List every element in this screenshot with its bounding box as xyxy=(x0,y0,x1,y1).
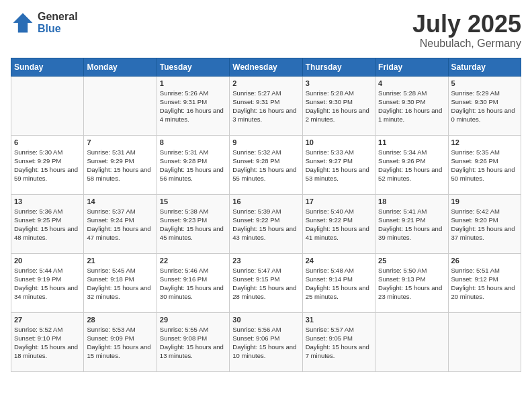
header-friday: Friday xyxy=(375,58,448,76)
day-number: 22 xyxy=(160,257,226,265)
day-number: 12 xyxy=(451,138,518,146)
week-row-2: 13Sunrise: 5:36 AM Sunset: 9:25 PM Dayli… xyxy=(11,194,521,253)
day-info: Sunrise: 5:29 AM Sunset: 9:30 PM Dayligh… xyxy=(451,89,518,124)
day-info: Sunrise: 5:30 AM Sunset: 9:29 PM Dayligh… xyxy=(14,148,81,183)
day-info: Sunrise: 5:47 AM Sunset: 9:15 PM Dayligh… xyxy=(232,266,299,302)
cell-w2-d1: 14Sunrise: 5:37 AM Sunset: 9:24 PM Dayli… xyxy=(84,194,157,253)
day-number: 1 xyxy=(160,79,226,87)
cell-w4-d5 xyxy=(375,312,448,371)
cell-w2-d2: 15Sunrise: 5:38 AM Sunset: 9:23 PM Dayli… xyxy=(157,194,229,253)
day-number: 21 xyxy=(87,257,153,265)
cell-w0-d4: 3Sunrise: 5:28 AM Sunset: 9:30 PM Daylig… xyxy=(302,76,375,135)
day-info: Sunrise: 5:36 AM Sunset: 9:25 PM Dayligh… xyxy=(14,207,81,242)
day-info: Sunrise: 5:39 AM Sunset: 9:22 PM Dayligh… xyxy=(232,207,299,242)
day-number: 20 xyxy=(14,257,81,265)
header: General Blue July 2025 Neubulach, German… xyxy=(11,11,521,50)
cell-w2-d5: 18Sunrise: 5:41 AM Sunset: 9:21 PM Dayli… xyxy=(375,194,448,253)
day-number: 28 xyxy=(87,316,153,324)
cell-w4-d1: 28Sunrise: 5:53 AM Sunset: 9:09 PM Dayli… xyxy=(84,312,157,371)
cell-w1-d5: 11Sunrise: 5:34 AM Sunset: 9:26 PM Dayli… xyxy=(375,135,448,194)
day-info: Sunrise: 5:31 AM Sunset: 9:29 PM Dayligh… xyxy=(87,148,153,183)
cell-w3-d2: 22Sunrise: 5:46 AM Sunset: 9:16 PM Dayli… xyxy=(157,253,229,312)
logo-line2: Blue xyxy=(38,23,78,35)
cell-w1-d2: 8Sunrise: 5:31 AM Sunset: 9:28 PM Daylig… xyxy=(157,135,229,194)
location: Neubulach, Germany xyxy=(412,38,521,50)
cell-w0-d3: 2Sunrise: 5:27 AM Sunset: 9:31 PM Daylig… xyxy=(230,76,302,135)
cell-w2-d3: 16Sunrise: 5:39 AM Sunset: 9:22 PM Dayli… xyxy=(230,194,302,253)
header-row: Sunday Monday Tuesday Wednesday Thursday… xyxy=(11,58,521,76)
week-row-1: 6Sunrise: 5:30 AM Sunset: 9:29 PM Daylig… xyxy=(11,135,521,194)
day-number: 23 xyxy=(232,257,299,265)
cell-w3-d1: 21Sunrise: 5:45 AM Sunset: 9:18 PM Dayli… xyxy=(84,253,157,312)
day-info: Sunrise: 5:31 AM Sunset: 9:28 PM Dayligh… xyxy=(160,148,226,183)
day-info: Sunrise: 5:46 AM Sunset: 9:16 PM Dayligh… xyxy=(160,266,226,302)
cell-w3-d0: 20Sunrise: 5:44 AM Sunset: 9:19 PM Dayli… xyxy=(11,253,84,312)
week-row-0: 1Sunrise: 5:26 AM Sunset: 9:31 PM Daylig… xyxy=(11,76,521,135)
svg-marker-0 xyxy=(13,13,33,33)
day-number: 30 xyxy=(232,316,299,324)
day-number: 19 xyxy=(451,197,518,205)
day-info: Sunrise: 5:40 AM Sunset: 9:22 PM Dayligh… xyxy=(306,207,372,242)
day-info: Sunrise: 5:55 AM Sunset: 9:08 PM Dayligh… xyxy=(160,325,226,361)
day-number: 15 xyxy=(160,197,226,205)
day-number: 26 xyxy=(451,257,518,265)
header-wednesday: Wednesday xyxy=(230,58,302,76)
cell-w1-d0: 6Sunrise: 5:30 AM Sunset: 9:29 PM Daylig… xyxy=(11,135,84,194)
cell-w1-d4: 10Sunrise: 5:33 AM Sunset: 9:27 PM Dayli… xyxy=(302,135,375,194)
header-monday: Monday xyxy=(84,58,157,76)
cell-w3-d6: 26Sunrise: 5:51 AM Sunset: 9:12 PM Dayli… xyxy=(448,253,521,312)
header-saturday: Saturday xyxy=(448,58,521,76)
header-tuesday: Tuesday xyxy=(157,58,229,76)
cell-w1-d1: 7Sunrise: 5:31 AM Sunset: 9:29 PM Daylig… xyxy=(84,135,157,194)
day-number: 7 xyxy=(87,138,153,146)
cell-w0-d2: 1Sunrise: 5:26 AM Sunset: 9:31 PM Daylig… xyxy=(157,76,229,135)
day-info: Sunrise: 5:53 AM Sunset: 9:09 PM Dayligh… xyxy=(87,325,153,361)
day-number: 16 xyxy=(232,197,299,205)
cell-w0-d0 xyxy=(11,76,84,135)
cell-w4-d4: 31Sunrise: 5:57 AM Sunset: 9:05 PM Dayli… xyxy=(302,312,375,371)
day-info: Sunrise: 5:41 AM Sunset: 9:21 PM Dayligh… xyxy=(378,207,445,242)
logo-icon xyxy=(11,11,35,35)
day-number: 31 xyxy=(306,316,372,324)
day-info: Sunrise: 5:28 AM Sunset: 9:30 PM Dayligh… xyxy=(306,89,372,124)
week-row-3: 20Sunrise: 5:44 AM Sunset: 9:19 PM Dayli… xyxy=(11,253,521,312)
cell-w1-d3: 9Sunrise: 5:32 AM Sunset: 9:28 PM Daylig… xyxy=(230,135,302,194)
cell-w3-d4: 24Sunrise: 5:48 AM Sunset: 9:14 PM Dayli… xyxy=(302,253,375,312)
calendar-body: 1Sunrise: 5:26 AM Sunset: 9:31 PM Daylig… xyxy=(11,76,521,371)
day-number: 13 xyxy=(14,197,81,205)
day-number: 18 xyxy=(378,197,445,205)
day-info: Sunrise: 5:44 AM Sunset: 9:19 PM Dayligh… xyxy=(14,266,81,302)
cell-w4-d3: 30Sunrise: 5:56 AM Sunset: 9:06 PM Dayli… xyxy=(230,312,302,371)
day-info: Sunrise: 5:57 AM Sunset: 9:05 PM Dayligh… xyxy=(306,325,372,361)
cell-w4-d2: 29Sunrise: 5:55 AM Sunset: 9:08 PM Dayli… xyxy=(157,312,229,371)
cell-w4-d0: 27Sunrise: 5:52 AM Sunset: 9:10 PM Dayli… xyxy=(11,312,84,371)
cell-w2-d4: 17Sunrise: 5:40 AM Sunset: 9:22 PM Dayli… xyxy=(302,194,375,253)
day-number: 5 xyxy=(451,79,518,87)
day-number: 25 xyxy=(378,257,445,265)
day-info: Sunrise: 5:26 AM Sunset: 9:31 PM Dayligh… xyxy=(160,89,226,124)
day-number: 10 xyxy=(306,138,372,146)
day-number: 27 xyxy=(14,316,81,324)
cell-w0-d1 xyxy=(84,76,157,135)
day-info: Sunrise: 5:27 AM Sunset: 9:31 PM Dayligh… xyxy=(232,89,299,124)
day-info: Sunrise: 5:51 AM Sunset: 9:12 PM Dayligh… xyxy=(451,266,518,302)
calendar-table: Sunday Monday Tuesday Wednesday Thursday… xyxy=(11,58,521,372)
day-number: 3 xyxy=(306,79,372,87)
day-info: Sunrise: 5:45 AM Sunset: 9:18 PM Dayligh… xyxy=(87,266,153,302)
day-number: 14 xyxy=(87,197,153,205)
day-number: 17 xyxy=(306,197,372,205)
cell-w3-d5: 25Sunrise: 5:50 AM Sunset: 9:13 PM Dayli… xyxy=(375,253,448,312)
day-info: Sunrise: 5:32 AM Sunset: 9:28 PM Dayligh… xyxy=(232,148,299,183)
day-number: 11 xyxy=(378,138,445,146)
day-info: Sunrise: 5:38 AM Sunset: 9:23 PM Dayligh… xyxy=(160,207,226,242)
cell-w0-d6: 5Sunrise: 5:29 AM Sunset: 9:30 PM Daylig… xyxy=(448,76,521,135)
header-thursday: Thursday xyxy=(302,58,375,76)
day-number: 29 xyxy=(160,316,226,324)
header-sunday: Sunday xyxy=(11,58,84,76)
month-year: July 2025 xyxy=(412,11,521,38)
cell-w1-d6: 12Sunrise: 5:35 AM Sunset: 9:26 PM Dayli… xyxy=(448,135,521,194)
day-number: 2 xyxy=(232,79,299,87)
cell-w0-d5: 4Sunrise: 5:28 AM Sunset: 9:30 PM Daylig… xyxy=(375,76,448,135)
day-number: 8 xyxy=(160,138,226,146)
logo: General Blue xyxy=(11,11,78,35)
